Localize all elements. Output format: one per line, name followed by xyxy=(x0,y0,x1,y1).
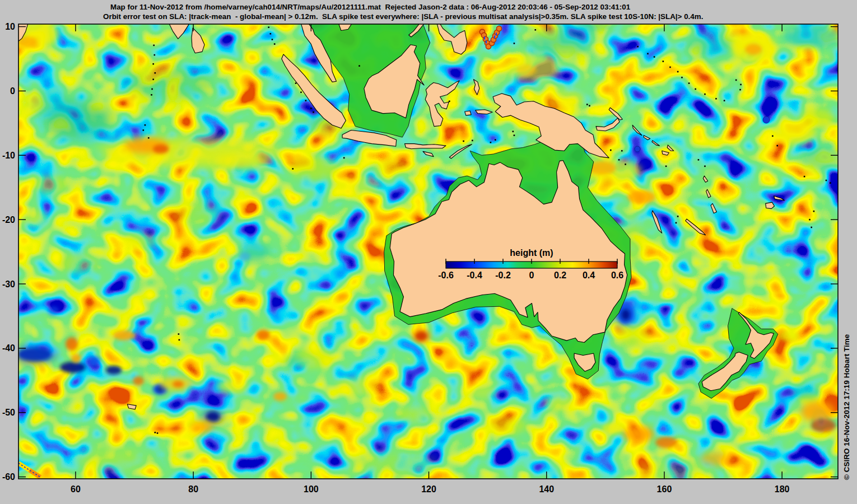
island-speck xyxy=(272,39,273,40)
island-speck xyxy=(647,53,649,55)
island-speck xyxy=(610,150,612,151)
island-speck xyxy=(514,43,515,44)
sla-anomaly-blob xyxy=(623,426,654,442)
island-speck xyxy=(178,333,180,335)
island-speck xyxy=(772,136,774,137)
blue-data-marker xyxy=(763,116,770,123)
island-speck xyxy=(153,45,155,46)
sla-anomaly-blob xyxy=(66,337,78,351)
colorbar-tick-label: 0 xyxy=(529,270,534,280)
island-speck xyxy=(155,432,156,433)
island-speck xyxy=(514,134,515,136)
sla-anomaly-blob xyxy=(218,380,247,393)
y-axis-label: -60 xyxy=(2,472,15,482)
island-speck xyxy=(715,98,717,100)
y-axis-label: -40 xyxy=(2,343,15,353)
island-speck xyxy=(739,89,741,91)
sla-anomaly-blob xyxy=(801,402,835,422)
island-speck xyxy=(513,131,514,133)
island-speck xyxy=(665,166,667,167)
island-speck xyxy=(310,108,312,109)
y-axis-label: 10 xyxy=(5,22,15,31)
sla-anomaly-blob xyxy=(173,381,184,388)
sla-anomaly-blob xyxy=(700,452,734,466)
island-speck xyxy=(681,77,683,78)
island-speck xyxy=(654,56,655,58)
y-axis-label: -20 xyxy=(2,215,15,225)
island-speck xyxy=(268,26,269,28)
y-axis-label: 0 xyxy=(10,86,15,96)
island-speck xyxy=(704,166,706,167)
sla-anomaly-blob xyxy=(174,203,218,223)
island-speck xyxy=(826,180,827,181)
sla-anomaly-blob xyxy=(467,385,496,399)
sla-anomaly-blob xyxy=(213,153,269,169)
island-speck xyxy=(463,141,464,142)
island-speck xyxy=(534,29,536,31)
sla-anomaly-blob xyxy=(398,407,431,422)
sla-anomaly-blob xyxy=(59,254,98,272)
island-speck xyxy=(669,67,671,68)
island-speck xyxy=(157,432,159,434)
island-speck xyxy=(343,157,345,159)
island-speck xyxy=(735,80,737,81)
sla-anomaly-blob xyxy=(811,419,836,432)
island-speck xyxy=(143,129,145,131)
island-speck xyxy=(495,139,496,141)
island-speck xyxy=(292,168,294,170)
island-speck xyxy=(358,65,360,67)
rejected-track-tick xyxy=(484,37,485,40)
island-speck xyxy=(449,101,450,102)
island-speck xyxy=(152,63,154,65)
x-axis-label: 120 xyxy=(421,484,436,494)
sla-anomaly-blob xyxy=(627,190,655,204)
sla-anomaly-blob xyxy=(621,309,630,320)
island-speck xyxy=(145,124,146,126)
island-speck xyxy=(663,60,664,62)
island-speck xyxy=(153,54,155,56)
island-speck xyxy=(813,211,815,212)
sla-anomaly-blob xyxy=(791,385,819,399)
island-speck xyxy=(472,140,473,142)
sla-anomaly-blob xyxy=(12,344,57,365)
sla-anomaly-blob xyxy=(34,176,67,194)
rejected-track-dot xyxy=(496,26,501,31)
island-speck xyxy=(740,84,742,86)
y-axis-label: -50 xyxy=(2,408,15,417)
sla-anomaly-blob xyxy=(89,356,100,366)
sla-anomaly-blob xyxy=(336,377,381,395)
y-axis-label: -10 xyxy=(2,151,15,160)
blue-data-marker xyxy=(635,146,640,152)
colorbar-tick-label: -0.2 xyxy=(495,270,511,280)
sla-anomaly-blob xyxy=(133,376,144,385)
colorbar-tick-label: 0.4 xyxy=(583,270,595,280)
rejected-track-tick xyxy=(494,36,495,39)
island-speck xyxy=(676,222,677,224)
island-speck xyxy=(625,164,626,165)
sla-anomaly-blob xyxy=(48,306,59,315)
island-speck xyxy=(586,104,588,105)
sla-anomaly-blob xyxy=(577,15,611,32)
island-speck xyxy=(621,150,623,152)
island-speck xyxy=(589,105,590,107)
sla-anomaly-blob xyxy=(779,330,799,342)
x-axis-label: 180 xyxy=(775,484,790,494)
rejected-track-tick xyxy=(486,41,487,44)
island-speck xyxy=(151,94,152,96)
sla-anomaly-blob xyxy=(655,437,678,448)
island-speck xyxy=(300,91,302,93)
island-speck xyxy=(809,219,811,221)
sla-anomaly-blob xyxy=(529,28,591,56)
island-speck xyxy=(155,72,156,74)
copyright-vertical-text: © CSIRO 16-Nov-2012 17:19 Hobart Time xyxy=(842,334,851,480)
island-speck xyxy=(704,94,706,95)
y-axis-label: -30 xyxy=(2,279,15,289)
island-speck xyxy=(688,82,690,84)
x-axis-label: 80 xyxy=(188,484,198,494)
x-axis-label: 60 xyxy=(71,484,81,494)
sla-anomaly-blob xyxy=(347,454,437,476)
sla-anomaly-blob xyxy=(20,211,48,226)
sla-anomaly-blob xyxy=(516,64,537,76)
island-speck xyxy=(724,100,725,101)
sla-anomaly-blob xyxy=(686,32,737,57)
